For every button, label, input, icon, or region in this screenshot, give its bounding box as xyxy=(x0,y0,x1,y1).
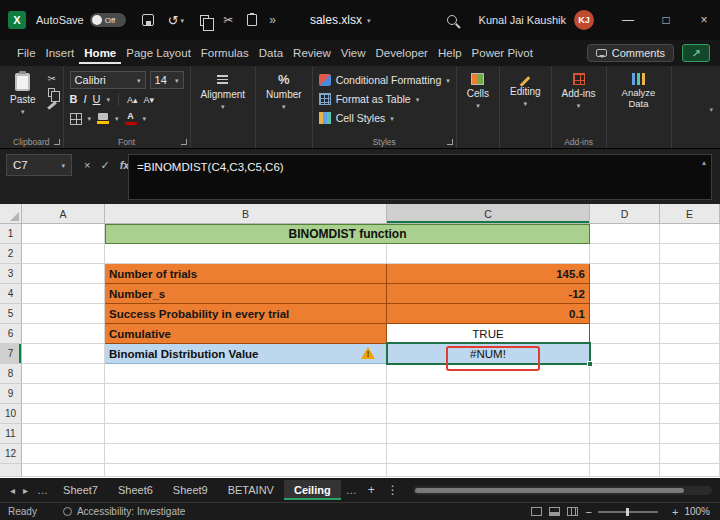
zoom-level[interactable]: 100% xyxy=(684,506,710,517)
cell[interactable] xyxy=(387,384,590,404)
font-color-button[interactable]: A xyxy=(125,112,137,125)
cell[interactable] xyxy=(590,284,660,304)
cell[interactable] xyxy=(22,364,105,384)
cell[interactable] xyxy=(22,404,105,424)
cell-c6[interactable]: TRUE xyxy=(387,324,590,344)
menu-tab-power-pivot[interactable]: Power Pivot xyxy=(467,42,538,64)
menu-tab-review[interactable]: Review xyxy=(288,42,336,64)
sheet-menu-icon[interactable]: ⋮ xyxy=(381,483,405,497)
row-header-1[interactable]: 1 xyxy=(0,224,22,244)
new-sheet-button[interactable]: + xyxy=(362,483,381,497)
cell-b7[interactable]: Binomial Distribution Value xyxy=(105,344,387,364)
cell[interactable] xyxy=(387,424,590,444)
scrollbar-thumb[interactable] xyxy=(415,488,684,493)
cell[interactable] xyxy=(660,224,720,244)
sheet-tab-sheet7[interactable]: Sheet7 xyxy=(53,480,108,500)
analyze-data-button[interactable]: Analyze Data xyxy=(613,71,665,135)
fill-color-button[interactable] xyxy=(97,113,109,124)
tab-scroll-right-icon[interactable]: ▸ xyxy=(19,485,32,496)
cell[interactable] xyxy=(590,344,660,364)
menu-tab-view[interactable]: View xyxy=(336,42,371,64)
format-painter-icon[interactable] xyxy=(47,101,57,110)
menu-tab-developer[interactable]: Developer xyxy=(371,42,433,64)
cell[interactable] xyxy=(660,344,720,364)
cell[interactable] xyxy=(660,304,720,324)
cell[interactable] xyxy=(105,364,387,384)
dialog-launcher-icon[interactable] xyxy=(447,139,453,145)
cancel-icon[interactable]: × xyxy=(84,159,90,172)
page-break-view-icon[interactable] xyxy=(567,507,578,516)
cell[interactable] xyxy=(22,344,105,364)
cell[interactable] xyxy=(22,284,105,304)
cell[interactable] xyxy=(387,464,590,477)
cell[interactable] xyxy=(660,244,720,264)
increase-font-button[interactable]: A▴ xyxy=(127,95,138,105)
formula-input[interactable]: =BINOMDIST(C4,C3,C5,C6) xyxy=(128,154,712,200)
formula-bar-collapse-icon[interactable]: ▴ xyxy=(702,158,706,167)
cell[interactable] xyxy=(105,424,387,444)
cell[interactable] xyxy=(590,464,660,477)
cell[interactable] xyxy=(660,424,720,444)
close-button[interactable]: × xyxy=(688,13,720,27)
format-as-table-button[interactable]: Format as Table ▾ xyxy=(319,90,450,108)
cell-b3[interactable]: Number of trials xyxy=(105,264,387,284)
caret-down-icon[interactable]: ▾ xyxy=(115,115,119,122)
cell[interactable] xyxy=(590,424,660,444)
cell[interactable] xyxy=(22,424,105,444)
borders-icon[interactable] xyxy=(70,113,82,125)
cell-b6[interactable]: Cumulative xyxy=(105,324,387,344)
avatar[interactable]: KJ xyxy=(574,10,594,30)
tab-overflow-right-icon[interactable]: … xyxy=(341,484,362,496)
cell[interactable] xyxy=(105,244,387,264)
undo-icon[interactable]: ↺ xyxy=(168,13,179,28)
cell-c3[interactable]: 145.6 xyxy=(387,264,590,284)
zoom-in-icon[interactable]: + xyxy=(672,506,678,518)
cell[interactable] xyxy=(590,264,660,284)
column-header-e[interactable]: E xyxy=(660,204,720,224)
menu-tab-home[interactable]: Home xyxy=(79,42,121,64)
tab-scroll-left-icon[interactable]: ◂ xyxy=(6,485,19,496)
row-header-11[interactable]: 11 xyxy=(0,424,22,444)
cell-c4[interactable]: -12 xyxy=(387,284,590,304)
cut-icon[interactable]: ✂ xyxy=(47,74,55,84)
cell[interactable] xyxy=(660,364,720,384)
underline-button[interactable]: U xyxy=(93,94,101,105)
cell[interactable] xyxy=(22,444,105,464)
minimize-button[interactable]: — xyxy=(612,13,644,27)
cell[interactable] xyxy=(22,224,105,244)
menu-tab-help[interactable]: Help xyxy=(433,42,467,64)
autosave-toggle[interactable]: Off xyxy=(90,13,126,27)
search-button[interactable] xyxy=(447,15,457,25)
sheet-tab-betainv[interactable]: BETAINV xyxy=(218,480,284,500)
cell[interactable] xyxy=(660,404,720,424)
cell-b4[interactable]: Number_s xyxy=(105,284,387,304)
sheet-tab-sheet9[interactable]: Sheet9 xyxy=(163,480,218,500)
excel-logo-icon[interactable]: X xyxy=(8,11,26,29)
user-name[interactable]: Kunal Jai Kaushik xyxy=(479,14,566,26)
paste-icon[interactable] xyxy=(247,14,257,26)
caret-down-icon[interactable]: ▾ xyxy=(143,115,147,122)
normal-view-icon[interactable] xyxy=(531,507,542,516)
cell[interactable] xyxy=(660,464,720,477)
cell[interactable] xyxy=(105,444,387,464)
share-button[interactable]: ↗ xyxy=(682,44,710,62)
undo-caret-icon[interactable]: ▾ xyxy=(181,17,185,24)
addins-button[interactable]: Add-ins ▾ xyxy=(558,71,600,135)
cell[interactable] xyxy=(660,384,720,404)
cell[interactable] xyxy=(590,224,660,244)
cell-b5[interactable]: Success Probability in every trial xyxy=(105,304,387,324)
cell[interactable] xyxy=(22,324,105,344)
cell[interactable] xyxy=(660,324,720,344)
cell[interactable] xyxy=(590,384,660,404)
cell-c5[interactable]: 0.1 xyxy=(387,304,590,324)
column-header-c[interactable]: C xyxy=(387,204,590,224)
cell[interactable] xyxy=(590,324,660,344)
underline-caret-icon[interactable]: ▾ xyxy=(107,96,111,103)
select-all-corner[interactable] xyxy=(0,204,22,224)
alignment-button[interactable]: Alignment ▾ xyxy=(197,71,249,135)
bold-button[interactable]: B xyxy=(70,94,78,105)
cell[interactable] xyxy=(22,464,105,477)
row-header-3[interactable]: 3 xyxy=(0,264,22,284)
conditional-formatting-button[interactable]: Conditional Formatting ▾ xyxy=(319,71,450,89)
cell[interactable] xyxy=(105,384,387,404)
